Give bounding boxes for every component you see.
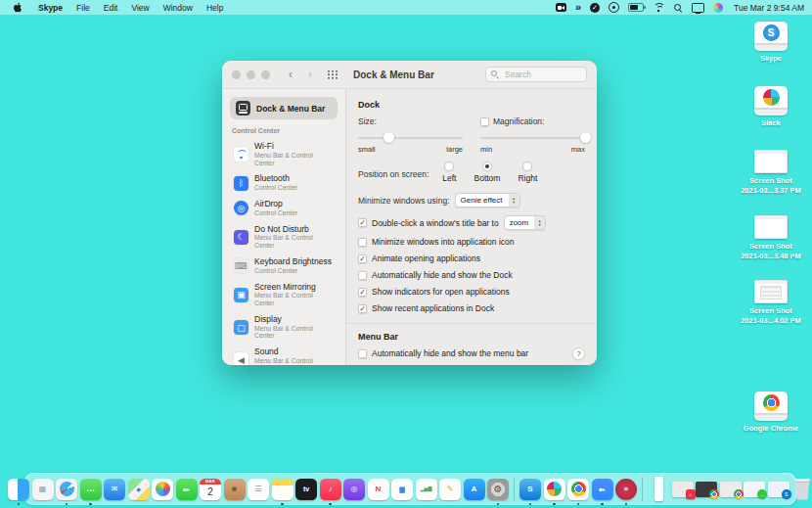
dock-item-zoom[interactable]: ■▸: [591, 474, 613, 504]
dock-item-numbers[interactable]: ▂▅▇: [415, 474, 437, 504]
sidebar-item-airdrop[interactable]: ◎AirDropControl Center: [230, 196, 338, 221]
sidebar-item-do-not-disturb[interactable]: ☾Do Not DisturbMenu Bar & Control Center: [230, 221, 338, 254]
back-button[interactable]: ‹: [284, 69, 297, 80]
dock-item-red-chevrons-app[interactable]: »: [615, 474, 638, 504]
dock-item-minimized-document-window[interactable]: [648, 474, 670, 504]
sidebar-item-display[interactable]: ▢DisplayMenu Bar & Control Center: [230, 311, 338, 344]
dock-item-system-preferences[interactable]: ⚙: [487, 474, 510, 504]
menu-item-skype[interactable]: Skype: [31, 3, 69, 13]
magnification-checkbox[interactable]: [480, 117, 489, 126]
sidebar-item-dock-menu-bar[interactable]: Dock & Menu Bar: [230, 97, 338, 119]
magnification-slider-thumb[interactable]: [580, 132, 591, 143]
size-label: Size:: [358, 116, 463, 126]
help-button[interactable]: ?: [572, 347, 585, 360]
preferences-search-field[interactable]: [485, 67, 587, 82]
dock-item-calendar[interactable]: MAR2: [200, 474, 222, 504]
window-titlebar[interactable]: ‹ › Dock & Menu Bar: [222, 61, 597, 89]
desktop-icon-screenshot-1[interactable]: Screen Shot2021-03...3.37 PM: [734, 150, 808, 196]
position-option-bottom[interactable]: Bottom: [474, 162, 500, 183]
dock-item-minimized-window-chrome-dark[interactable]: [696, 474, 718, 504]
minimize-effect-select[interactable]: Genie effect ▴▾: [455, 193, 520, 208]
menu-item-view[interactable]: View: [124, 3, 156, 13]
menu-item-window[interactable]: Window: [157, 3, 200, 13]
dock-option-checkbox-1[interactable]: [358, 238, 367, 247]
checkmark-circle-icon[interactable]: ✓: [590, 3, 600, 13]
magnification-slider[interactable]: [480, 132, 585, 143]
dock-item-photos[interactable]: [152, 474, 174, 504]
launchpad-icon: ▦: [32, 479, 54, 500]
preferences-sidebar: Dock & Menu Bar Control Center Wi-FiMenu…: [222, 89, 346, 365]
dock-item-maps[interactable]: ◆: [127, 474, 150, 504]
radio-left[interactable]: [444, 162, 454, 171]
desktop-icon-slack-dmg[interactable]: Slack: [734, 86, 808, 128]
dock-item-launchpad[interactable]: ▦: [31, 474, 54, 504]
dock-item-reminders[interactable]: ☰: [248, 474, 270, 504]
dock-magnification-group: Magnification: min max: [480, 116, 585, 154]
dock-item-minimized-window-chrome[interactable]: [719, 474, 742, 504]
dock-item-messages[interactable]: …: [79, 474, 102, 504]
dock-separator: [642, 478, 643, 501]
sidebar-item-keyboard-brightness[interactable]: ⌨Keyboard BrightnessControl Center: [230, 254, 338, 279]
dock-item-news[interactable]: N: [367, 474, 389, 504]
dock-item-contacts[interactable]: ☻: [223, 474, 246, 504]
close-button[interactable]: [232, 70, 241, 79]
search-input[interactable]: [503, 69, 581, 80]
dock-item-music[interactable]: ♪: [319, 474, 341, 504]
dock-item-app-store[interactable]: A: [463, 474, 485, 504]
siri-icon[interactable]: [713, 3, 723, 13]
dock-option-checkbox-5[interactable]: ✓: [358, 304, 367, 313]
radio-bottom[interactable]: [482, 162, 492, 171]
dock-item-safari[interactable]: [56, 474, 78, 504]
dock-item-notes[interactable]: [271, 474, 293, 504]
finder-icon: [8, 479, 29, 500]
dock-item-minimized-window-skype[interactable]: S: [767, 474, 789, 504]
minimize-button[interactable]: [247, 70, 255, 79]
dock-option-checkbox-2[interactable]: ✓: [358, 254, 367, 263]
position-option-left[interactable]: Left: [442, 162, 456, 183]
dock-option-checkbox-0[interactable]: ✓: [358, 218, 367, 227]
menu-item-edit[interactable]: Edit: [97, 3, 125, 13]
apple-menu-icon[interactable]: [10, 2, 25, 13]
sidebar-item-bluetooth[interactable]: ᛒBluetoothControl Center: [230, 170, 338, 196]
dock-option-checkbox-4[interactable]: ✓: [358, 288, 367, 297]
dock-item-facetime[interactable]: ■▸: [175, 474, 198, 504]
screen-record-icon[interactable]: [609, 2, 619, 13]
desktop-icon-screenshot-2[interactable]: Screen Shot2021-03...3.48 PM: [734, 215, 808, 261]
dock-item-pages[interactable]: ✎: [439, 474, 462, 504]
dock-item-chrome[interactable]: [567, 474, 590, 504]
dock-item-minimized-window-music[interactable]: ♪: [671, 474, 694, 504]
zoom-window-button[interactable]: [261, 70, 270, 79]
show-all-preferences-icon[interactable]: [327, 69, 339, 79]
menu-bar-option-checkbox-0[interactable]: [358, 349, 367, 358]
radio-right[interactable]: [522, 162, 532, 171]
desktop-icon-screenshot-3[interactable]: Screen Shot2021-03...4.02 PM: [734, 280, 808, 326]
display-icon[interactable]: [692, 3, 704, 13]
dock-item-keynote[interactable]: ▆: [391, 474, 414, 504]
dock-item-apple-tv[interactable]: tv: [295, 474, 318, 504]
position-option-right[interactable]: Right: [518, 162, 537, 183]
desktop-icon-skype-dmg[interactable]: SSkype: [734, 22, 808, 64]
spotlight-icon[interactable]: [673, 3, 683, 13]
dock-option-select-0[interactable]: zoom▴▾: [504, 215, 547, 230]
zoom-video-icon[interactable]: [556, 3, 566, 12]
menu-item-help[interactable]: Help: [200, 3, 230, 13]
dock-size-slider[interactable]: [358, 132, 463, 143]
desktop-icon-google-chrome-dmg[interactable]: Google Chrome: [734, 392, 808, 434]
sidebar-item-wifi[interactable]: Wi-FiMenu Bar & Control Center: [230, 138, 338, 170]
forward-button[interactable]: ›: [303, 69, 317, 80]
dock-item-mail[interactable]: ✉: [104, 474, 126, 504]
wifi-icon[interactable]: [653, 3, 664, 12]
dock-item-slack[interactable]: [543, 474, 565, 504]
menu-item-file[interactable]: File: [69, 3, 97, 13]
dock-item-skype[interactable]: S: [519, 474, 542, 504]
battery-icon[interactable]: [628, 3, 644, 12]
dock-item-podcasts[interactable]: ◎: [343, 474, 366, 504]
dock-item-finder[interactable]: [8, 474, 30, 504]
sidebar-item-screen-mirroring[interactable]: ▣Screen MirroringMenu Bar & Control Cent…: [230, 279, 338, 311]
sidebar-item-sound[interactable]: ◀SoundMenu Bar & Control Center: [230, 344, 338, 365]
size-slider-thumb[interactable]: [383, 132, 394, 143]
dock-item-trash[interactable]: [791, 474, 812, 504]
dock-option-checkbox-3[interactable]: [358, 271, 367, 280]
double-chevrons-icon[interactable]: »: [575, 3, 581, 12]
dock-item-minimized-window-messages[interactable]: …: [744, 474, 766, 504]
